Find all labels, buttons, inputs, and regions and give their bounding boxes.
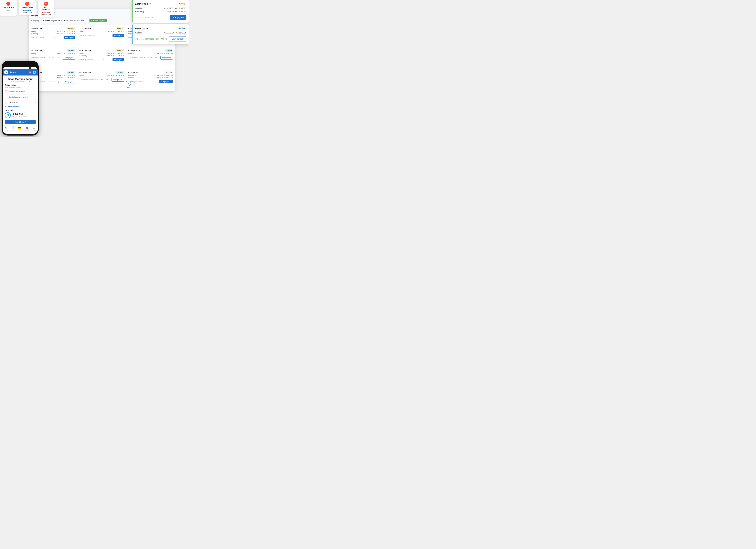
- award-pill-2: Mid-Market: [23, 10, 31, 11]
- award-title-2: Easiest Setup: [21, 6, 33, 8]
- floating-card-1: 01/17/2025 - 1 Pending Weekly01/05/2025 …: [132, 0, 189, 23]
- status-badge-0: Pending: [67, 27, 75, 30]
- card-title-4: 01/03/2025 - 1: [79, 49, 92, 52]
- floating-card-title-1: 01/17/2025 - 1: [135, 3, 152, 6]
- action-arrow-0: ›: [35, 91, 36, 93]
- copy-icon-6[interactable]: ⧉: [58, 81, 59, 83]
- award-pill-3: Mid-Market: [42, 12, 50, 13]
- signal-icon: ▐▐▐: [28, 67, 31, 69]
- home-icon: 🏠: [5, 126, 8, 129]
- edit-payroll-btn-1[interactable]: Edit payroll: [113, 34, 124, 37]
- payroll-card-8: 01/31/2025 Not Due Bi-Weekly01/12/2025 -…: [126, 69, 175, 91]
- edit-payroll-btn-0[interactable]: Edit payroll: [64, 36, 75, 39]
- copy-icon-float-1[interactable]: ⧉: [161, 16, 162, 19]
- benefits-label: Benefits: [25, 129, 29, 131]
- status-badge-6: On Hold: [67, 71, 75, 74]
- action-icon-0: [5, 90, 7, 93]
- bottom-nav-menu[interactable]: ☰ Menu: [33, 126, 36, 131]
- award-season-2: SUMMER 2024: [21, 12, 33, 13]
- company-label: Company *: [31, 20, 40, 22]
- action-arrow-1: ›: [35, 96, 36, 98]
- copy-icon-5[interactable]: ⧉: [155, 56, 157, 59]
- submit-by-1: Submit by 12/20/2024: [79, 35, 94, 36]
- status-badge-4: Pending: [116, 49, 124, 52]
- status-badge-3: On Hold: [67, 49, 75, 52]
- wifi-icon: WiFi: [31, 67, 34, 69]
- award-title-1: Users Love Us: [2, 6, 14, 12]
- floating-edit-btn-1[interactable]: Edit payroll: [170, 15, 186, 20]
- see-all-link[interactable]: See All Action Items: [5, 106, 36, 108]
- submitted-info-7: ✓ Submitted 10/25/2024 03:21 PM: [79, 79, 103, 81]
- action-item-2[interactable]: Complete W2 ›: [5, 100, 36, 105]
- home-label: Home: [5, 129, 8, 131]
- phone-status-bar: 9:41 AM ▐▐▐ WiFi 🔋: [3, 67, 38, 69]
- run-payroll-btn-8[interactable]: Run payroll →: [159, 80, 173, 83]
- action-text-0: Complete Direct Deposit: [9, 91, 35, 93]
- phone-notch: [13, 63, 27, 66]
- copy-icon-1[interactable]: ⧉: [103, 34, 104, 37]
- greeting-text: Good Morning John!: [5, 78, 36, 80]
- user-avatar[interactable]: 👤: [33, 71, 36, 74]
- card-title-0: 12/06/2024 - 1: [31, 27, 44, 30]
- award-users-love-us: G Users Love Us ★☆☆☆☆: [0, 0, 17, 16]
- notification-badge[interactable]: 15: [29, 71, 31, 74]
- pay-icon: 💳: [18, 126, 21, 129]
- award-title-3: High Performer: [40, 6, 52, 10]
- benefits-icon: ❤️: [26, 126, 28, 129]
- floating-submitted-2: ✓ Submitted 10/28/2024 10:20 AM: [135, 38, 164, 40]
- time-clock-button[interactable]: Time Clock ↗: [5, 120, 36, 124]
- floating-status-2: On Hold: [178, 27, 186, 29]
- action-item-1[interactable]: Sign Onboarding Documents ›: [5, 94, 36, 100]
- plus-icon: +: [91, 20, 92, 22]
- copy-icon-0[interactable]: ⧉: [54, 36, 55, 39]
- g2-logo-3: G: [44, 2, 48, 6]
- copy-icon-3[interactable]: ⧉: [58, 56, 59, 59]
- new-payroll-label: + New payroll: [93, 20, 105, 22]
- battery-icon: 🔋: [34, 67, 36, 69]
- view-payroll-btn-6[interactable]: View payroll: [63, 80, 75, 84]
- bottom-nav-time[interactable]: ⏰ Time: [11, 126, 14, 131]
- edit-payroll-btn-4[interactable]: Edit payroll: [113, 58, 124, 61]
- bottom-nav-benefits[interactable]: ❤️ Benefits: [25, 126, 29, 131]
- time-icon: ⏰: [11, 126, 14, 129]
- status-badge-7: On Hold: [116, 71, 124, 74]
- clock-icon: ⏱: [5, 112, 11, 118]
- phone-nav-bar: a Asure 15 👤: [3, 69, 38, 75]
- action-arrow-2: ›: [35, 101, 36, 103]
- bottom-nav-home[interactable]: 🏠 Home: [5, 126, 8, 131]
- pay-label: Pay: [19, 129, 21, 131]
- card-title-5: 01/24/2025 - 1: [128, 49, 141, 52]
- view-payroll-btn-5[interactable]: View payroll: [160, 56, 173, 60]
- payroll-card-7: 01/10/2025 - 1 On Hold Weekly12/29/2024 …: [77, 69, 126, 91]
- floating-status-1: Pending: [178, 3, 187, 5]
- payroll-card-5: 01/24/2025 - 1 On Hold Weekly01/12/2025 …: [126, 47, 175, 69]
- phone-screen: 9:41 AM ▐▐▐ WiFi 🔋 a Asure 15 👤 Good Mor…: [3, 67, 38, 134]
- phone-content: Good Morning John! What would you like t…: [3, 75, 38, 125]
- g2-logo-2: G: [25, 2, 29, 6]
- view-payroll-btn-3[interactable]: View payroll: [63, 56, 75, 60]
- card-title-3: 12/13/2024 - 1: [31, 49, 44, 52]
- action-text-2: Complete W2: [9, 101, 35, 103]
- status-time: 9:41 AM: [5, 67, 10, 69]
- menu-label: Menu: [33, 129, 36, 131]
- new-payroll-button[interactable]: + + New payroll: [89, 19, 107, 22]
- view-payroll-btn-7[interactable]: View payroll: [112, 78, 124, 82]
- copy-icon-4[interactable]: ⧉: [103, 59, 104, 61]
- copy-icon-7[interactable]: ⧉: [106, 79, 108, 81]
- next-circle-button[interactable]: ›: [126, 81, 131, 86]
- copy-icon-float-2[interactable]: ⧉: [165, 38, 167, 40]
- next-label: Next: [126, 87, 130, 89]
- action-icon-2: [5, 101, 7, 104]
- action-item-0[interactable]: Complete Direct Deposit ›: [5, 89, 36, 94]
- action-text-1: Sign Onboarding Documents: [9, 96, 35, 98]
- bottom-nav-pay[interactable]: 💳 Pay: [18, 126, 21, 131]
- floating-view-btn-2[interactable]: View payroll: [169, 36, 186, 42]
- phone-frame: 9:41 AM ▐▐▐ WiFi 🔋 a Asure 15 👤 Good Mor…: [2, 61, 39, 136]
- card-title-8: 01/31/2025: [128, 71, 138, 74]
- menu-icon: ☰: [33, 126, 35, 129]
- status-badge-5: On Hold: [165, 49, 173, 52]
- app-logo: a: [4, 70, 8, 74]
- submitted-info-3: ✓ Submitted 10/25/2024 11:23 AM: [31, 57, 54, 59]
- payroll-card-1: 12/27/2024 - 1 Pending Weekly12/15/2024 …: [77, 25, 126, 47]
- company-select[interactable]: CB New England HCM - Advanced (CBDemoHR): [42, 19, 88, 22]
